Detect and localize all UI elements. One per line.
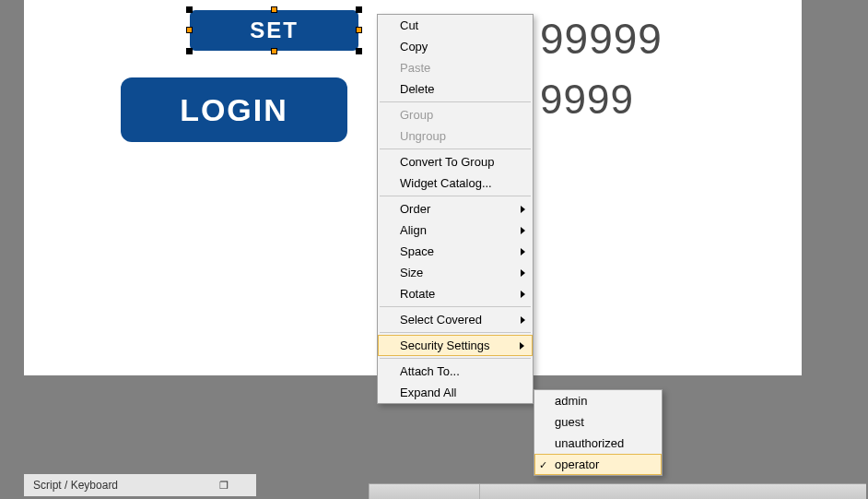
- status-bar: [369, 483, 866, 499]
- set-button-widget[interactable]: SET: [190, 10, 358, 51]
- menu-item-paste: Paste: [378, 57, 533, 78]
- submenu-item-label: admin: [555, 394, 587, 408]
- checkmark-icon: ✓: [539, 458, 547, 470]
- status-seg-label: [369, 487, 373, 497]
- menu-item-label: Copy: [400, 40, 428, 53]
- menu-item-ungroup: Ungroup: [378, 125, 533, 147]
- menu-separator: [380, 101, 531, 102]
- menu-item-order[interactable]: Order: [378, 198, 533, 220]
- bottom-tab-strip: Script / Keyboard ❐: [24, 474, 256, 496]
- menu-item-label: Order: [400, 202, 430, 216]
- submenu-item-label: guest: [555, 415, 584, 429]
- menu-item-label: Widget Catalog...: [400, 176, 492, 190]
- menu-separator: [380, 358, 531, 359]
- submenu-item-admin[interactable]: admin: [534, 390, 662, 411]
- menu-item-label: Attach To...: [400, 364, 460, 378]
- submenu-item-label: operator: [555, 457, 599, 471]
- numeric-display-2: 9999: [540, 77, 634, 123]
- submenu-arrow-icon: [521, 269, 525, 277]
- set-button-label: SET: [250, 18, 299, 43]
- menu-item-label: Size: [400, 266, 423, 279]
- submenu-arrow-icon: [521, 291, 525, 298]
- submenu-arrow-icon: [521, 316, 525, 324]
- submenu-arrow-icon: [520, 342, 524, 350]
- menu-item-widget-catalog[interactable]: Widget Catalog...: [378, 172, 533, 194]
- tab-label: Script / Keyboard: [33, 479, 118, 492]
- login-button-widget[interactable]: LOGIN: [121, 77, 347, 142]
- menu-item-security-settings[interactable]: Security Settings: [378, 335, 533, 356]
- submenu-arrow-icon: [521, 248, 525, 255]
- menu-item-convert-to-group[interactable]: Convert To Group: [378, 151, 533, 172]
- submenu-arrow-icon: [521, 227, 525, 234]
- menu-item-copy[interactable]: Copy: [378, 36, 533, 57]
- menu-item-label: Ungroup: [400, 129, 446, 143]
- tab-script-keyboard[interactable]: Script / Keyboard ❐: [24, 474, 256, 496]
- menu-item-group: Group: [378, 104, 533, 125]
- submenu-item-guest[interactable]: guest: [534, 411, 662, 433]
- menu-item-label: Group: [400, 108, 433, 122]
- menu-separator: [380, 196, 531, 196]
- menu-item-label: Convert To Group: [400, 155, 494, 169]
- context-submenu-security: adminguestunauthorized✓operator: [534, 389, 663, 476]
- menu-item-label: Security Settings: [400, 339, 490, 352]
- menu-item-label: Select Covered: [400, 313, 482, 327]
- menu-item-label: Paste: [400, 61, 430, 75]
- menu-item-label: Delete: [400, 82, 435, 96]
- restore-icon[interactable]: ❐: [219, 480, 229, 492]
- menu-item-align[interactable]: Align: [378, 220, 533, 241]
- menu-item-cut[interactable]: Cut: [378, 15, 533, 36]
- menu-item-expand-all[interactable]: Expand All: [378, 382, 533, 403]
- submenu-item-label: unauthorized: [555, 436, 624, 450]
- menu-item-label: Space: [400, 244, 434, 258]
- menu-item-select-covered[interactable]: Select Covered: [378, 309, 533, 330]
- menu-item-delete[interactable]: Delete: [378, 78, 533, 100]
- login-button-label: LOGIN: [180, 92, 288, 128]
- submenu-item-operator[interactable]: ✓operator: [534, 454, 662, 475]
- menu-item-label: Cut: [400, 18, 418, 32]
- menu-item-rotate[interactable]: Rotate: [378, 283, 533, 304]
- menu-item-label: Rotate: [400, 287, 435, 301]
- submenu-arrow-icon: [521, 206, 525, 213]
- menu-item-space[interactable]: Space: [378, 241, 533, 262]
- menu-separator: [380, 306, 531, 307]
- context-menu: CutCopyPasteDeleteGroupUngroupConvert To…: [377, 14, 534, 404]
- numeric-display-1: 99999: [540, 14, 663, 64]
- menu-item-attach-to[interactable]: Attach To...: [378, 361, 533, 382]
- menu-item-label: Expand All: [400, 386, 456, 399]
- submenu-item-unauthorized[interactable]: unauthorized: [534, 433, 662, 454]
- menu-item-label: Align: [400, 223, 427, 237]
- menu-separator: [380, 149, 531, 149]
- menu-item-size[interactable]: Size: [378, 262, 533, 283]
- menu-separator: [380, 332, 531, 333]
